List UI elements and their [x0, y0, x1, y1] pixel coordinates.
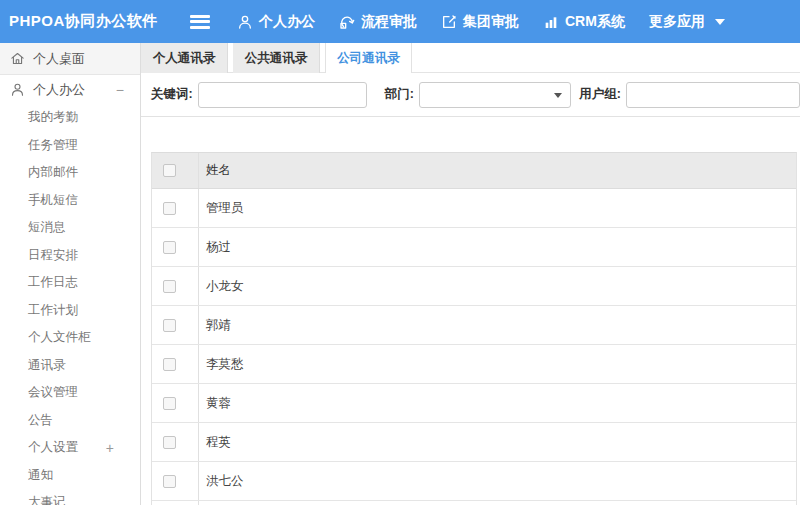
department-label: 部门:	[385, 86, 414, 103]
sidebar-item-label: 工作日志	[28, 274, 78, 291]
sidebar-item-personal-desktop[interactable]: 个人桌面	[0, 43, 140, 75]
sidebar-item-label: 会议管理	[28, 384, 78, 401]
collapse-minus-icon[interactable]: −	[116, 82, 124, 98]
nav-label: 流程审批	[361, 13, 417, 31]
sidebar-item[interactable]: 通讯录	[0, 352, 140, 380]
tab-company-contacts[interactable]: 公司通讯录	[325, 43, 412, 73]
user-icon	[10, 82, 25, 97]
expand-plus-icon[interactable]: +	[106, 440, 114, 456]
sidebar-section-personal-office[interactable]: 个人办公 −	[0, 75, 140, 104]
contacts-table: 姓名 管理员 杨过 小龙女 郭靖 李莫愁 黄蓉	[151, 152, 797, 505]
row-checkbox[interactable]	[163, 280, 176, 293]
table-row[interactable]: 小龙女	[152, 267, 796, 306]
row-check-cell	[152, 384, 199, 422]
sidebar-item[interactable]: 个人文件柜	[0, 324, 140, 352]
row-checkbox[interactable]	[163, 436, 176, 449]
row-check-cell	[152, 267, 199, 305]
sidebar-item[interactable]: 大事记	[0, 489, 140, 505]
row-check-cell	[152, 306, 199, 344]
app-brand: PHPOA协同办公软件	[0, 12, 190, 31]
header-check-cell	[152, 153, 199, 188]
department-select[interactable]	[419, 82, 571, 108]
process-approval-icon	[339, 14, 355, 30]
sidebar-item[interactable]: 会议管理	[0, 379, 140, 407]
tab-strip: 个人通讯录 公共通讯录 公司通讯录	[141, 43, 800, 73]
contact-name: 杨过	[199, 228, 796, 266]
table-row[interactable]: 黄蓉	[152, 384, 796, 423]
row-checkbox[interactable]	[163, 241, 176, 254]
row-checkbox[interactable]	[163, 202, 176, 215]
sidebar-item-label: 短消息	[28, 219, 66, 236]
usergroup-label: 用户组:	[579, 86, 621, 103]
sidebar-item-label: 日程安排	[28, 247, 78, 264]
sidebar-item-label: 手机短信	[28, 192, 78, 209]
user-icon	[237, 14, 253, 30]
top-nav: 个人办公 流程审批 集团审批 CRM系统	[237, 13, 749, 31]
tab-personal-contacts[interactable]: 个人通讯录	[141, 43, 228, 73]
keyword-label: 关键词:	[151, 86, 193, 103]
nav-crm-system[interactable]: CRM系统	[543, 13, 625, 31]
caret-down-icon	[715, 19, 725, 25]
sidebar-item[interactable]: 日程安排	[0, 242, 140, 270]
table-row[interactable]: 杨过	[152, 228, 796, 267]
name-column-header: 姓名	[199, 153, 796, 188]
sidebar-submenu: 我的考勤 任务管理 内部邮件 手机短信 短消息 日程安排 工作日志 工作计划 个…	[0, 104, 140, 505]
row-check-cell	[152, 228, 199, 266]
sidebar-item[interactable]: 通知	[0, 462, 140, 490]
row-checkbox[interactable]	[163, 475, 176, 488]
tab-public-contacts[interactable]: 公共通讯录	[233, 43, 320, 73]
sidebar-item[interactable]: 任务管理	[0, 132, 140, 160]
row-checkbox[interactable]	[163, 358, 176, 371]
table-row[interactable]: 管理员	[152, 189, 796, 228]
table-row[interactable]: 程英	[152, 423, 796, 462]
select-all-checkbox[interactable]	[163, 164, 176, 177]
sidebar-item[interactable]: 我的考勤	[0, 104, 140, 132]
sidebar-item[interactable]: 个人设置 +	[0, 434, 140, 462]
row-check-cell	[152, 501, 199, 505]
content-spacer	[141, 117, 800, 152]
sidebar-item[interactable]: 内部邮件	[0, 159, 140, 187]
nav-process-approval[interactable]: 流程审批	[339, 13, 417, 31]
sidebar-item-label: 大事记	[28, 494, 66, 505]
nav-label: 个人办公	[259, 13, 315, 31]
row-checkbox[interactable]	[163, 397, 176, 410]
row-checkbox[interactable]	[163, 319, 176, 332]
table-row[interactable]: 洪七公	[152, 462, 796, 501]
sidebar-item[interactable]: 工作计划	[0, 297, 140, 325]
contact-name: 洪七公	[199, 462, 796, 500]
contact-name: 李莫愁	[199, 345, 796, 383]
table-body: 管理员 杨过 小龙女 郭靖 李莫愁 黄蓉 程英 洪七公	[152, 189, 796, 501]
row-check-cell	[152, 423, 199, 461]
app-window: PHPOA协同办公软件 个人办公 流程审批 集团审批	[0, 0, 800, 505]
sidebar: 个人桌面 个人办公 − 我的考勤 任务管理 内部邮件 手机短信 短消息 日程安排…	[0, 43, 141, 505]
usergroup-input[interactable]	[626, 82, 800, 108]
contact-name: 管理员	[199, 189, 796, 227]
hamburger-icon[interactable]	[190, 15, 210, 29]
sidebar-item[interactable]: 工作日志	[0, 269, 140, 297]
row-check-cell	[152, 189, 199, 227]
nav-personal-office[interactable]: 个人办公	[237, 13, 315, 31]
sidebar-item-label: 个人桌面	[33, 50, 85, 68]
sidebar-item[interactable]: 公告	[0, 407, 140, 435]
table-row[interactable]: 郭靖	[152, 306, 796, 345]
nav-group-approval[interactable]: 集团审批	[441, 13, 519, 31]
main-content: 个人通讯录 公共通讯录 公司通讯录 关键词: 部门: 用户组:	[141, 43, 800, 505]
department-select-wrap	[419, 82, 571, 108]
contact-name	[199, 501, 796, 505]
table-row[interactable]: 李莫愁	[152, 345, 796, 384]
keyword-input[interactable]	[198, 82, 367, 108]
edit-square-icon	[441, 14, 457, 30]
sidebar-item-label: 内部邮件	[28, 164, 78, 181]
sidebar-item[interactable]: 手机短信	[0, 187, 140, 215]
bar-chart-icon	[543, 14, 559, 30]
filter-bar: 关键词: 部门: 用户组:	[141, 73, 800, 117]
sidebar-item[interactable]: 短消息	[0, 214, 140, 242]
contact-name: 郭靖	[199, 306, 796, 344]
home-icon	[10, 51, 25, 66]
nav-more-apps[interactable]: 更多应用	[649, 13, 725, 31]
contact-name: 程英	[199, 423, 796, 461]
nav-label: CRM系统	[565, 13, 625, 31]
row-check-cell	[152, 345, 199, 383]
contact-name: 小龙女	[199, 267, 796, 305]
sidebar-item-label: 个人文件柜	[28, 329, 91, 346]
